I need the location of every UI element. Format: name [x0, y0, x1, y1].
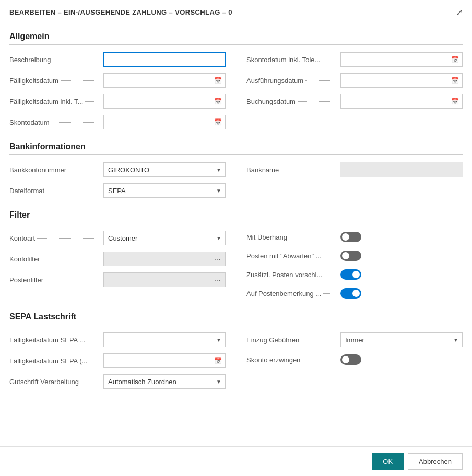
- kontofilter-input[interactable]: ···: [103, 252, 226, 266]
- calendar-icon-skontodatum[interactable]: 📅: [211, 118, 225, 126]
- mit-ueberhang-toggle[interactable]: [340, 232, 361, 242]
- gutschrift-verarbeitung-row: Gutschrift Verarbeitung Automatisch Zuor…: [9, 371, 226, 392]
- kontoart-label-wrap: Kontoart: [9, 234, 103, 242]
- auf-postenbemerkung-toggle[interactable]: [340, 288, 361, 299]
- faelligkeitsdatum-sepa1-select-wrapper: ▼: [103, 332, 226, 347]
- expand-icon[interactable]: ⤢: [456, 7, 463, 17]
- skonto-erzwingen-label-wrap: Skonto erzwingen: [246, 356, 340, 364]
- section-sepa-title: SEPA Lastschrift: [9, 312, 463, 325]
- filter-grid: Kontoart Customer ▼: [9, 228, 463, 303]
- faelligkeitsdatum-input[interactable]: 11.04.2020: [104, 74, 211, 87]
- faelligkeitsdatum-sepa1-select[interactable]: [103, 332, 226, 347]
- bankname-control: Commerzbank, Filiale Berlin: [340, 162, 463, 177]
- calendar-icon-sepa2[interactable]: 📅: [211, 357, 225, 364]
- faelligkeitsdatum-inkl-control: 13.04.2020 📅: [103, 94, 226, 109]
- bankname-label: Bankname: [246, 166, 279, 174]
- gutschrift-select-wrapper: Automatisch Zuordnen ▼: [103, 374, 226, 389]
- dateiformat-label: Dateiformat: [9, 187, 44, 195]
- calendar-icon-skontodatum-inkl[interactable]: 📅: [448, 56, 462, 63]
- faelligkeitsdatum-row: Fälligkeitsdatum 11.04.2020 📅: [9, 70, 226, 91]
- kontoart-row: Kontoart Customer ▼: [9, 228, 226, 248]
- postenfilter-control: ···: [103, 272, 226, 287]
- calendar-icon-ausfuehrungsdatum[interactable]: 📅: [448, 77, 462, 84]
- einzug-gebuehren-control: Immer ▼: [340, 332, 463, 347]
- skontodatum-inkl-input[interactable]: 13.04.2020: [341, 53, 448, 66]
- faelligkeitsdatum-sepa1-control: ▼: [103, 332, 226, 347]
- faelligkeitsdatum-input-wrap: 11.04.2020 📅: [103, 73, 226, 88]
- toggle-slider-auf-postenbemerkung: [340, 288, 361, 299]
- faelligkeitsdatum-sepa2-row: Fälligkeitsdatum SEPA (... 📅: [9, 350, 226, 371]
- bank-left-col: Bankkontonummer GIROKONTO ▼: [9, 159, 236, 201]
- allgemein-left-col: Beschreibung Lastschriften Fälligkeitsda…: [9, 49, 236, 133]
- kontoart-select-wrapper: Customer ▼: [103, 231, 226, 245]
- faelligkeitsdatum-sepa2-control: 📅: [103, 353, 226, 368]
- calendar-icon-buchungsdatum[interactable]: 📅: [448, 98, 462, 105]
- faelligkeitsdatum-sepa1-row: Fälligkeitsdatum SEPA ... ▼: [9, 329, 226, 350]
- buchungsdatum-input[interactable]: 07.04.2020: [341, 94, 448, 108]
- main-dialog: BEARBEITEN – EIN-/AUSGEHENDE ZAHLUNG – V…: [0, 0, 472, 476]
- kontoart-label: Kontoart: [9, 234, 35, 242]
- faelligkeitsdatum-sepa2-label-wrap: Fälligkeitsdatum SEPA (...: [9, 357, 103, 365]
- bankkontonummer-label-wrap: Bankkontonummer: [9, 166, 103, 174]
- posten-abwarten-row: Posten mit "Abwarten" ...: [246, 246, 463, 265]
- sepa-grid: Fälligkeitsdatum SEPA ... ▼: [9, 329, 463, 392]
- faelligkeitsdatum-inkl-input[interactable]: 13.04.2020: [104, 94, 211, 108]
- faelligkeitsdatum-inkl-input-wrap: 13.04.2020 📅: [103, 94, 226, 109]
- skontodatum-label: Skontodatum: [9, 118, 50, 126]
- skontodatum-inkl-label: Skontodatum inkl. Tole...: [246, 56, 320, 64]
- buchungsdatum-input-wrap: 07.04.2020 📅: [340, 94, 463, 109]
- ausfuehrungsdatum-input[interactable]: 06.04.2020: [341, 74, 448, 87]
- zusaetzl-posten-toggle[interactable]: [340, 269, 361, 280]
- postenfilter-input[interactable]: ···: [103, 272, 226, 287]
- kontofilter-row: Kontofilter ···: [9, 248, 226, 269]
- faelligkeitsdatum-sepa2-label: Fälligkeitsdatum SEPA (...: [9, 357, 87, 365]
- ok-button[interactable]: OK: [372, 453, 404, 470]
- auf-postenbemerkung-label: Auf Postenbemerkung ...: [246, 290, 321, 298]
- skontodatum-label-wrap: Skontodatum: [9, 118, 103, 126]
- faelligkeitsdatum-control: 11.04.2020 📅: [103, 73, 226, 88]
- sepa-right-col: Einzug Gebühren Immer ▼: [236, 329, 463, 392]
- skonto-erzwingen-control: [340, 354, 463, 365]
- faelligkeitsdatum-sepa1-label-wrap: Fälligkeitsdatum SEPA ...: [9, 336, 103, 344]
- ausfuehrungsdatum-input-wrap: 06.04.2020 📅: [340, 73, 463, 88]
- kontofilter-control: ···: [103, 252, 226, 266]
- dateiformat-select[interactable]: SEPA: [103, 183, 226, 198]
- section-filter-title: Filter: [9, 210, 463, 223]
- skonto-erzwingen-label: Skonto erzwingen: [246, 356, 300, 364]
- einzug-gebuehren-select[interactable]: Immer: [340, 332, 463, 347]
- toggle-slider-skonto-erzwingen: [340, 354, 361, 365]
- auf-postenbemerkung-label-wrap: Auf Postenbemerkung ...: [246, 290, 340, 298]
- allgemein-right-col: Skontodatum inkl. Tole... 13.04.2020 📅 A…: [236, 49, 463, 133]
- toggle-slider-posten-abwarten: [340, 251, 361, 261]
- calendar-icon-inkl[interactable]: 📅: [211, 98, 225, 105]
- kontoart-select[interactable]: Customer: [103, 231, 226, 245]
- cancel-button[interactable]: Abbrechen: [408, 453, 463, 470]
- postenfilter-dots[interactable]: ···: [104, 276, 225, 284]
- faelligkeitsdatum-inkl-label: Fälligkeitsdatum inkl. T...: [9, 98, 83, 105]
- sepa-left-col: Fälligkeitsdatum SEPA ... ▼: [9, 329, 236, 392]
- dateiformat-control: SEPA ▼: [103, 183, 226, 198]
- bank-right-col: Bankname Commerzbank, Filiale Berlin: [236, 159, 463, 201]
- skonto-erzwingen-toggle[interactable]: [340, 354, 361, 365]
- faelligkeitsdatum-label: Fälligkeitsdatum: [9, 77, 58, 85]
- posten-abwarten-label: Posten mit "Abwarten" ...: [246, 252, 322, 260]
- dateiformat-row: Dateiformat SEPA ▼: [9, 180, 226, 201]
- bankkontonummer-control: GIROKONTO ▼: [103, 162, 226, 177]
- mit-ueberhang-control: [340, 232, 463, 242]
- kontofilter-dots[interactable]: ···: [104, 255, 225, 263]
- faelligkeitsdatum-sepa2-input[interactable]: [104, 354, 211, 367]
- skontodatum-input[interactable]: 11.04.2020: [104, 115, 211, 129]
- dateiformat-label-wrap: Dateiformat: [9, 187, 103, 195]
- bankkontonummer-row: Bankkontonummer GIROKONTO ▼: [9, 159, 226, 180]
- calendar-icon-faelligkeitsdatum[interactable]: 📅: [211, 77, 225, 84]
- beschreibung-input[interactable]: Lastschriften: [103, 52, 226, 67]
- gutschrift-select[interactable]: Automatisch Zuordnen: [103, 374, 226, 389]
- posten-abwarten-toggle[interactable]: [340, 251, 361, 261]
- bankkontonummer-select[interactable]: GIROKONTO: [103, 162, 226, 177]
- posten-abwarten-control: [340, 251, 463, 261]
- einzug-gebuehren-label-wrap: Einzug Gebühren: [246, 336, 340, 344]
- skontodatum-inkl-input-wrap: 13.04.2020 📅: [340, 52, 463, 67]
- faelligkeitsdatum-inkl-row: Fälligkeitsdatum inkl. T... 13.04.2020 📅: [9, 91, 226, 112]
- zusaetzl-posten-control: [340, 269, 463, 280]
- ausfuehrungsdatum-label: Ausführungsdatum: [246, 77, 303, 85]
